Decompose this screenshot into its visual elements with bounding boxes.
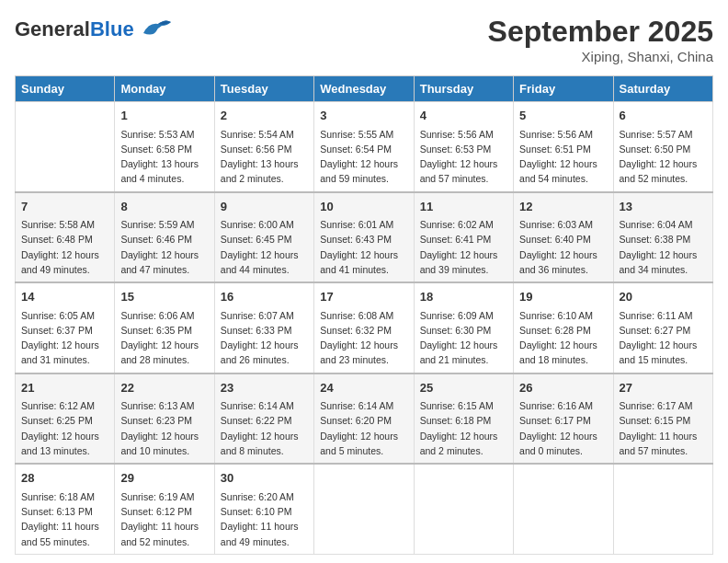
day-number: 3 (320, 107, 407, 125)
calendar-empty-cell (314, 464, 414, 554)
month-title: September 2025 (488, 15, 713, 49)
calendar-week-row: 21Sunrise: 6:12 AM Sunset: 6:25 PM Dayli… (16, 373, 713, 465)
calendar-day-cell: 29Sunrise: 6:19 AM Sunset: 6:12 PM Dayli… (115, 464, 214, 554)
calendar-day-cell: 28Sunrise: 6:18 AM Sunset: 6:13 PM Dayli… (16, 464, 115, 554)
calendar-day-cell: 15Sunrise: 6:06 AM Sunset: 6:35 PM Dayli… (115, 282, 214, 373)
day-info: Sunrise: 5:58 AM Sunset: 6:48 PM Dayligh… (21, 217, 108, 277)
calendar-week-row: 28Sunrise: 6:18 AM Sunset: 6:13 PM Dayli… (16, 464, 713, 554)
day-info: Sunrise: 5:53 AM Sunset: 6:58 PM Dayligh… (120, 127, 208, 187)
day-number: 12 (519, 198, 607, 216)
day-info: Sunrise: 6:14 AM Sunset: 6:22 PM Dayligh… (221, 398, 308, 458)
calendar-day-cell: 19Sunrise: 6:10 AM Sunset: 6:28 PM Dayli… (514, 282, 613, 373)
day-number: 25 (420, 379, 507, 397)
day-info: Sunrise: 5:57 AM Sunset: 6:50 PM Dayligh… (620, 127, 707, 187)
day-info: Sunrise: 6:20 AM Sunset: 6:10 PM Dayligh… (221, 489, 308, 549)
day-number: 26 (519, 379, 607, 397)
day-info: Sunrise: 6:12 AM Sunset: 6:25 PM Dayligh… (21, 398, 108, 458)
calendar-day-cell: 26Sunrise: 6:16 AM Sunset: 6:17 PM Dayli… (514, 373, 613, 465)
day-info: Sunrise: 5:55 AM Sunset: 6:54 PM Dayligh… (320, 127, 407, 187)
day-info: Sunrise: 5:56 AM Sunset: 6:53 PM Dayligh… (420, 127, 507, 187)
day-number: 11 (420, 198, 507, 216)
day-info: Sunrise: 5:54 AM Sunset: 6:56 PM Dayligh… (221, 127, 308, 187)
day-info: Sunrise: 6:05 AM Sunset: 6:37 PM Dayligh… (21, 308, 108, 368)
day-info: Sunrise: 6:10 AM Sunset: 6:28 PM Dayligh… (519, 308, 607, 368)
day-number: 2 (221, 107, 308, 125)
day-number: 8 (120, 198, 208, 216)
title-block: September 2025 Xiping, Shanxi, China (488, 15, 713, 64)
day-number: 22 (120, 379, 208, 397)
calendar-day-cell: 4Sunrise: 5:56 AM Sunset: 6:53 PM Daylig… (414, 102, 513, 192)
calendar-day-cell: 12Sunrise: 6:03 AM Sunset: 6:40 PM Dayli… (514, 192, 613, 283)
calendar-empty-cell (414, 464, 513, 554)
day-number: 27 (620, 379, 707, 397)
day-info: Sunrise: 6:16 AM Sunset: 6:17 PM Dayligh… (519, 398, 607, 458)
day-number: 4 (420, 107, 507, 125)
calendar-day-cell: 23Sunrise: 6:14 AM Sunset: 6:22 PM Dayli… (214, 373, 313, 465)
calendar-week-row: 1Sunrise: 5:53 AM Sunset: 6:58 PM Daylig… (16, 102, 713, 192)
calendar-day-cell: 17Sunrise: 6:08 AM Sunset: 6:32 PM Dayli… (314, 282, 414, 373)
calendar-day-cell: 11Sunrise: 6:02 AM Sunset: 6:41 PM Dayli… (414, 192, 513, 283)
day-info: Sunrise: 6:00 AM Sunset: 6:45 PM Dayligh… (221, 217, 308, 277)
calendar-empty-cell (514, 464, 613, 554)
day-info: Sunrise: 5:59 AM Sunset: 6:46 PM Dayligh… (120, 217, 208, 277)
calendar-day-cell: 22Sunrise: 6:13 AM Sunset: 6:23 PM Dayli… (115, 373, 214, 465)
calendar-week-row: 7Sunrise: 5:58 AM Sunset: 6:48 PM Daylig… (16, 192, 713, 283)
day-info: Sunrise: 6:15 AM Sunset: 6:18 PM Dayligh… (420, 398, 507, 458)
calendar-day-cell: 6Sunrise: 5:57 AM Sunset: 6:50 PM Daylig… (613, 102, 712, 192)
calendar-day-cell: 21Sunrise: 6:12 AM Sunset: 6:25 PM Dayli… (16, 373, 115, 465)
day-number: 5 (519, 107, 607, 125)
day-number: 16 (221, 288, 308, 306)
day-number: 15 (120, 288, 208, 306)
day-number: 29 (120, 469, 208, 488)
day-number: 6 (620, 107, 707, 125)
day-info: Sunrise: 6:18 AM Sunset: 6:13 PM Dayligh… (21, 489, 108, 549)
calendar-day-cell: 24Sunrise: 6:14 AM Sunset: 6:20 PM Dayli… (314, 373, 414, 465)
day-number: 9 (221, 198, 308, 216)
day-info: Sunrise: 6:08 AM Sunset: 6:32 PM Dayligh… (320, 308, 407, 368)
day-info: Sunrise: 6:14 AM Sunset: 6:20 PM Dayligh… (320, 398, 407, 458)
calendar-day-cell: 5Sunrise: 5:56 AM Sunset: 6:51 PM Daylig… (514, 102, 613, 192)
calendar-day-cell: 16Sunrise: 6:07 AM Sunset: 6:33 PM Dayli… (214, 282, 313, 373)
day-info: Sunrise: 6:13 AM Sunset: 6:23 PM Dayligh… (120, 398, 208, 458)
page-header: GeneralBlue September 2025 Xiping, Shanx… (15, 15, 713, 64)
logo-bird-icon (140, 15, 173, 44)
day-number: 7 (21, 198, 108, 216)
day-number: 23 (221, 379, 308, 397)
day-number: 18 (420, 288, 507, 306)
day-number: 13 (620, 198, 707, 216)
calendar-day-cell: 2Sunrise: 5:54 AM Sunset: 6:56 PM Daylig… (214, 102, 313, 192)
weekday-header-monday: Monday (115, 76, 214, 102)
weekday-header-tuesday: Tuesday (214, 76, 313, 102)
calendar-day-cell: 9Sunrise: 6:00 AM Sunset: 6:45 PM Daylig… (214, 192, 313, 283)
location: Xiping, Shanxi, China (488, 49, 713, 64)
calendar-day-cell: 1Sunrise: 5:53 AM Sunset: 6:58 PM Daylig… (115, 102, 214, 192)
day-info: Sunrise: 5:56 AM Sunset: 6:51 PM Dayligh… (519, 127, 607, 187)
day-info: Sunrise: 6:11 AM Sunset: 6:27 PM Dayligh… (620, 308, 707, 368)
calendar-day-cell: 25Sunrise: 6:15 AM Sunset: 6:18 PM Dayli… (414, 373, 513, 465)
day-number: 14 (21, 288, 108, 306)
day-number: 1 (120, 107, 208, 125)
calendar-day-cell: 27Sunrise: 6:17 AM Sunset: 6:15 PM Dayli… (613, 373, 712, 465)
day-info: Sunrise: 6:19 AM Sunset: 6:12 PM Dayligh… (120, 489, 208, 549)
day-info: Sunrise: 6:03 AM Sunset: 6:40 PM Dayligh… (519, 217, 607, 277)
calendar-empty-cell (613, 464, 712, 554)
day-number: 19 (519, 288, 607, 306)
calendar-week-row: 14Sunrise: 6:05 AM Sunset: 6:37 PM Dayli… (16, 282, 713, 373)
logo: GeneralBlue (15, 15, 173, 44)
day-info: Sunrise: 6:07 AM Sunset: 6:33 PM Dayligh… (221, 308, 308, 368)
calendar-day-cell: 3Sunrise: 5:55 AM Sunset: 6:54 PM Daylig… (314, 102, 414, 192)
calendar-day-cell: 13Sunrise: 6:04 AM Sunset: 6:38 PM Dayli… (613, 192, 712, 283)
day-number: 20 (620, 288, 707, 306)
day-info: Sunrise: 6:09 AM Sunset: 6:30 PM Dayligh… (420, 308, 507, 368)
day-info: Sunrise: 6:06 AM Sunset: 6:35 PM Dayligh… (120, 308, 208, 368)
day-info: Sunrise: 6:04 AM Sunset: 6:38 PM Dayligh… (620, 217, 707, 277)
calendar-day-cell: 18Sunrise: 6:09 AM Sunset: 6:30 PM Dayli… (414, 282, 513, 373)
day-number: 21 (21, 379, 108, 397)
calendar-table: SundayMondayTuesdayWednesdayThursdayFrid… (15, 75, 713, 555)
day-info: Sunrise: 6:17 AM Sunset: 6:15 PM Dayligh… (620, 398, 707, 458)
weekday-header-thursday: Thursday (414, 76, 513, 102)
weekday-header-row: SundayMondayTuesdayWednesdayThursdayFrid… (16, 76, 713, 102)
calendar-day-cell: 30Sunrise: 6:20 AM Sunset: 6:10 PM Dayli… (214, 464, 313, 554)
logo-text: GeneralBlue (15, 18, 134, 40)
weekday-header-wednesday: Wednesday (314, 76, 414, 102)
